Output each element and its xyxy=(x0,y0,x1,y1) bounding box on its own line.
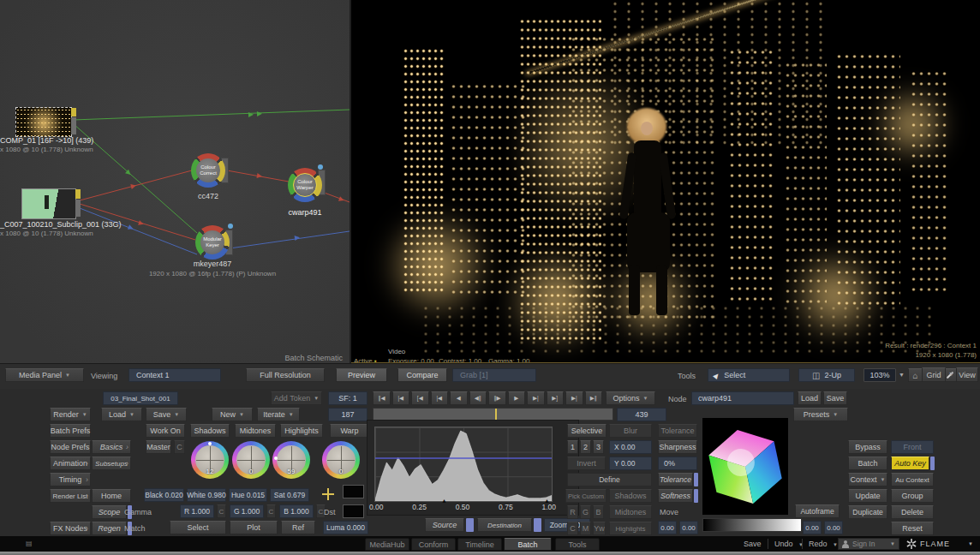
channel-g-button[interactable]: G xyxy=(580,505,591,519)
transport-button[interactable]: ∥▶ xyxy=(488,391,506,405)
node-load-button[interactable]: Load xyxy=(798,391,822,405)
transport-button[interactable]: ▶∥ xyxy=(585,391,603,405)
transport-button[interactable]: ▶| xyxy=(527,391,545,405)
pick-custom-button[interactable]: Pick Custom xyxy=(565,489,607,503)
clip-node-subclip-tab[interactable] xyxy=(75,189,81,199)
tab-highlights[interactable]: Highlights xyxy=(280,424,323,438)
selective-midtones-button[interactable]: Midtones xyxy=(609,505,652,519)
autoframe-x-field[interactable]: 0.00 xyxy=(803,521,822,534)
gamma-g-field[interactable]: G 1.000 xyxy=(230,504,264,518)
transport-button[interactable]: ▶| xyxy=(565,391,583,405)
invert-button[interactable]: Invert xyxy=(567,457,606,470)
front-button[interactable]: Front xyxy=(891,440,934,454)
tool-select-field[interactable]: ▶ Select xyxy=(708,368,790,382)
shot-name-field[interactable]: 03_Final_Shot_001 xyxy=(103,391,178,405)
au-context-button[interactable]: Au Context xyxy=(891,473,934,486)
viewing-context-field[interactable]: Context 1 xyxy=(128,368,221,382)
selective-shadows-button[interactable]: Shadows xyxy=(609,489,652,503)
duplicate-button[interactable]: Duplicate xyxy=(848,505,887,519)
two-up-field[interactable]: ◫ 2-Up xyxy=(798,368,855,382)
update-button[interactable]: Update xyxy=(848,489,887,503)
render-button[interactable]: Render▼ xyxy=(50,408,91,421)
basics-preset-button[interactable]: Basics› xyxy=(92,440,131,454)
delete-button[interactable]: Delete xyxy=(891,505,934,519)
highlights-colour-wheel[interactable]: 59 xyxy=(272,441,310,479)
node-save-button[interactable]: Save xyxy=(823,391,847,405)
clip-node-comp-thumbnail[interactable] xyxy=(15,107,72,137)
transport-button[interactable]: ∥◀ xyxy=(373,391,391,405)
match-plot-button[interactable]: Plot xyxy=(230,521,278,534)
move-y-field[interactable]: 0.00 xyxy=(679,521,698,534)
group-button[interactable]: Group xyxy=(891,489,934,503)
gamma-b-field[interactable]: B 1.000 xyxy=(279,504,314,518)
batch-prefs-button[interactable]: Batch Prefs› xyxy=(50,424,91,438)
zoom-dropdown-arrow[interactable]: ▼ xyxy=(899,372,905,378)
home-button[interactable]: Home xyxy=(92,489,131,503)
reset-button[interactable]: Reset xyxy=(891,522,934,535)
tab-mediahub[interactable]: MediaHub xyxy=(365,538,409,551)
histogram-marker-low[interactable]: ▲ xyxy=(441,498,447,504)
home-icon[interactable]: ⌂ xyxy=(908,368,923,382)
white-value-field[interactable]: White 0.980 xyxy=(187,488,226,502)
tab-conform[interactable]: Conform xyxy=(411,538,456,551)
grab-field[interactable]: Grab [1] xyxy=(452,368,536,382)
warp-colour-wheel[interactable]: 0 xyxy=(322,441,360,479)
compare-button[interactable]: Compare xyxy=(397,368,447,382)
load-button[interactable]: Load▼ xyxy=(101,408,142,421)
new-button[interactable]: New▼ xyxy=(212,408,253,421)
undo-action[interactable]: Undo ▼ xyxy=(774,540,804,548)
hue-value-field[interactable]: Hue 0.015 xyxy=(229,488,267,502)
destination-toggle-button[interactable]: Destination xyxy=(477,518,532,532)
full-resolution-button[interactable]: Full Resolution xyxy=(246,368,325,382)
view-button[interactable]: View xyxy=(956,367,978,382)
subsetups-button[interactable]: Subsetups› xyxy=(92,457,131,470)
sharpness-button[interactable]: Sharpness xyxy=(658,440,697,454)
fx-nodes-button[interactable]: FX Nodes› xyxy=(50,522,91,535)
luma-field[interactable]: Luma 0.000 xyxy=(323,521,368,534)
options-button[interactable]: Options▼ xyxy=(606,391,655,405)
autoframe-button[interactable]: Autoframe xyxy=(795,504,840,518)
channel-r-button[interactable]: R xyxy=(567,505,578,519)
timing-button[interactable]: Timing› xyxy=(50,473,91,486)
colour-cube-panel[interactable] xyxy=(702,418,788,515)
tab-batch[interactable]: Batch xyxy=(504,538,552,551)
channel-c-button[interactable]: C xyxy=(567,522,578,535)
render-list-button[interactable]: Render List› xyxy=(50,489,91,503)
shadows-colour-wheel[interactable]: 12 xyxy=(191,441,229,479)
grid-arrow[interactable]: ▼ xyxy=(948,371,954,377)
selective-y-field[interactable]: Y 0.00 xyxy=(609,457,652,470)
work-on-button[interactable]: Work On xyxy=(146,424,185,438)
transport-button[interactable]: ▶ xyxy=(508,391,526,405)
transport-button[interactable]: ◀∥ xyxy=(469,391,487,405)
clip-node-subclip-tab2[interactable] xyxy=(75,200,81,217)
viewer-panel[interactable]: Video Active ▪ Exposure: 0.00 Contrast: … xyxy=(351,0,980,363)
save-action[interactable]: Save xyxy=(744,540,762,548)
softness-toggle-button[interactable]: Softness xyxy=(658,489,693,503)
end-frame-field[interactable]: 439 xyxy=(617,408,666,421)
selective-3-button[interactable]: 3 xyxy=(593,440,604,454)
histogram-marker-high[interactable]: ▲ xyxy=(544,498,550,504)
clip-node-subclip-thumbnail[interactable] xyxy=(21,188,76,219)
destination-colour-swatch[interactable] xyxy=(343,504,364,518)
brand-dropdown-arrow[interactable]: ▼ xyxy=(968,541,973,546)
clip-node-comp-tab[interactable] xyxy=(71,108,76,116)
master-button[interactable]: Master xyxy=(146,440,171,454)
start-frame-field[interactable]: SF: 1 xyxy=(328,391,368,405)
sat-value-field[interactable]: Sat 0.679 xyxy=(270,488,309,502)
master-c-button[interactable]: C xyxy=(174,440,185,454)
auto-key-button[interactable]: Auto Key xyxy=(891,457,929,470)
colour-correct-node[interactable]: ColourCorrect xyxy=(191,153,225,188)
transport-button[interactable]: ◀ xyxy=(450,391,468,405)
add-token-button[interactable]: Add Token▼ xyxy=(271,391,322,405)
sharpness-pct-field[interactable]: 0% xyxy=(658,457,697,470)
animation-button[interactable]: Animation› xyxy=(50,457,91,470)
grid-control[interactable]: Grid xyxy=(922,367,946,382)
context-button[interactable]: Context▼ xyxy=(848,473,887,486)
luminance-ramp[interactable] xyxy=(702,518,802,532)
blur-button[interactable]: Blur xyxy=(609,424,652,438)
tab-tools[interactable]: Tools xyxy=(555,538,600,551)
selective-2-button[interactable]: 2 xyxy=(580,440,591,454)
black-value-field[interactable]: Black 0.020 xyxy=(144,488,184,502)
selective-x-field[interactable]: X 0.00 xyxy=(609,440,652,454)
midtones-colour-wheel[interactable]: 0 xyxy=(232,441,270,479)
